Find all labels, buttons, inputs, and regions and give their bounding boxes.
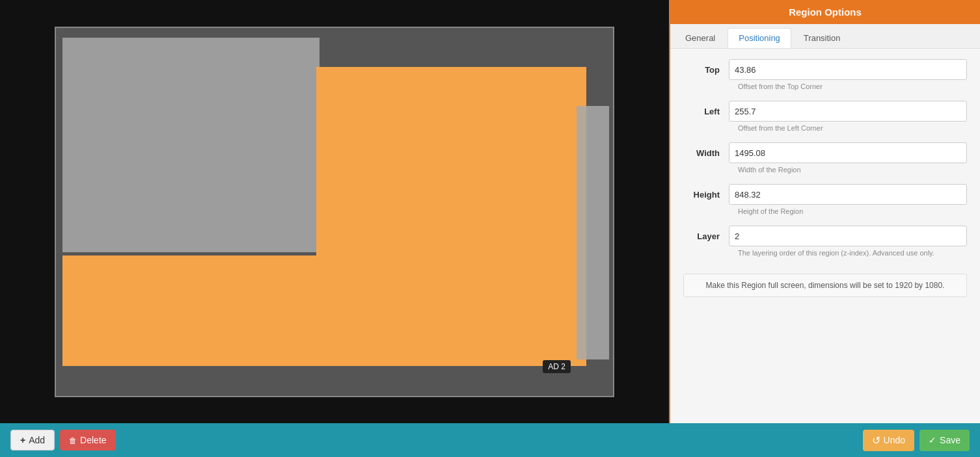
right-panel: Region Options General Positioning Trans… [669,0,980,423]
undo-button[interactable]: Undo [863,430,914,451]
toolbar-right: Undo Save [863,430,970,451]
label-layer: Layer [683,231,729,241]
region-gray-bottomright [577,106,609,359]
panel-content: Top Offset from the Top Corner Left Offs… [670,49,980,423]
field-row-top: Top [683,59,967,80]
main-area: AD 2 Region Options General Positioning … [0,0,980,423]
delete-label: Delete [80,435,106,445]
label-left: Left [683,107,729,116]
label-width: Width [683,148,729,158]
input-height[interactable] [729,184,967,205]
field-group-left: Left Offset from the Left Corner [683,101,967,132]
input-left[interactable] [729,101,967,122]
add-label: Add [29,435,45,445]
help-left: Offset from the Left Corner [738,124,967,132]
label-top: Top [683,65,729,75]
toolbar-left: Add Delete [10,430,116,450]
undo-label: Undo [884,435,905,445]
input-width[interactable] [729,142,967,163]
region-orange-bottom[interactable] [62,255,577,366]
tab-positioning[interactable]: Positioning [728,28,791,48]
panel-tabs: General Positioning Transition [670,24,980,49]
help-top: Offset from the Top Corner [738,83,967,90]
panel-header: Region Options [670,0,980,24]
field-group-height: Height Height of the Region [683,184,967,215]
bottom-toolbar: Add Delete Undo Save [0,423,980,457]
label-height: Height [683,190,729,200]
tab-general[interactable]: General [674,28,726,48]
help-layer: The layering order of this region (z-ind… [738,249,967,257]
plus-icon [20,435,25,445]
field-group-top: Top Offset from the Top Corner [683,59,967,90]
canvas-area: AD 2 [0,0,669,423]
field-group-width: Width Width of the Region [683,142,967,174]
add-button[interactable]: Add [10,430,55,450]
field-row-layer: Layer [683,226,967,246]
tab-transition[interactable]: Transition [793,28,852,48]
region-gray-topleft[interactable] [62,38,320,252]
help-height: Height of the Region [738,207,967,215]
input-top[interactable] [729,59,967,80]
save-button[interactable]: Save [919,430,970,451]
check-icon [929,435,936,445]
input-layer[interactable] [729,226,967,246]
field-row-left: Left [683,101,967,122]
trash-icon [69,435,77,445]
field-row-width: Width [683,142,967,163]
canvas-container: AD 2 [55,27,614,397]
field-row-height: Height [683,184,967,205]
field-group-layer: Layer The layering order of this region … [683,226,967,257]
save-label: Save [940,435,960,445]
undo-icon [872,434,880,447]
fullscreen-button[interactable]: Make this Region full screen, dimensions… [683,274,967,297]
help-width: Width of the Region [738,166,967,174]
ad-badge: AD 2 [543,360,571,373]
delete-button[interactable]: Delete [60,430,115,450]
